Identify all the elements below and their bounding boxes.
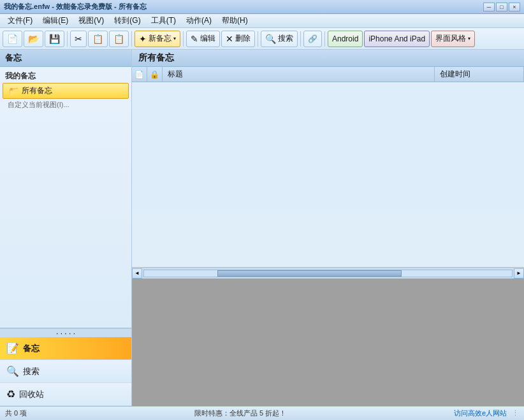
menu-file[interactable]: 文件(F) [3, 14, 38, 27]
toolbar: 📄 📂 💾 ✂ 📋 📋 ✦ 新备忘 ▾ ✎ 编辑 ✕ 删除 🔍 搜索 🔗 And… [0, 28, 524, 50]
window-controls: ─ □ × [483, 3, 520, 11]
toolbar-android[interactable]: Android [328, 31, 363, 47]
menu-goto[interactable]: 转到(G) [109, 14, 145, 27]
open-file-icon: 📂 [28, 34, 39, 44]
toolbar-sep-1 [67, 31, 68, 47]
toolbar-sep-3 [183, 31, 184, 47]
toolbar-iphone[interactable]: iPhone And iPad [364, 31, 430, 47]
status-resize: ⋮ [512, 409, 519, 417]
folder-icon: 📁 [8, 86, 19, 96]
toolbar-cut[interactable]: ✂ [70, 31, 87, 47]
edit-icon: ✎ [191, 34, 198, 44]
toolbar-new-file[interactable]: 📄 [3, 31, 22, 47]
tree-section-my-memo: 我的备忘 [3, 69, 129, 83]
th-title[interactable]: 标题 [163, 67, 435, 82]
toolbar-copy[interactable]: 📋 [88, 31, 108, 47]
menu-view[interactable]: 视图(V) [73, 14, 109, 27]
toolbar-edit[interactable]: ✎ 编辑 [186, 31, 220, 47]
menu-help[interactable]: 帮助(H) [217, 14, 253, 27]
search-icon: 🔍 [265, 34, 276, 44]
new-memo-icon: ✦ [139, 34, 147, 44]
trash-nav-icon: ♻ [6, 388, 15, 400]
status-count: 共 0 项 [5, 409, 27, 418]
sidebar-tree: 我的备忘 📁 所有备忘 自定义当前视图(I)... [0, 67, 131, 328]
th-time[interactable]: 创建时间 [435, 67, 524, 82]
status-link[interactable]: 访问高效e人网站 [454, 409, 507, 418]
customize-view-link[interactable]: 自定义当前视图(I)... [3, 99, 129, 111]
scroll-right-btn[interactable]: ► [514, 268, 524, 279]
scroll-track[interactable] [143, 270, 513, 277]
status-promo-section: 限时特惠：全线产品 5 折起！ [194, 409, 286, 418]
toolbar-save-file[interactable]: 💾 [45, 31, 64, 47]
new-memo-arrow: ▾ [173, 36, 176, 41]
toolbar-sep-5 [300, 31, 301, 47]
horizontal-scrollbar[interactable]: ◄ ► [132, 267, 524, 279]
toolbar-sep-6 [324, 31, 325, 47]
sidebar-header: 备忘 [0, 50, 131, 67]
menu-action[interactable]: 动作(A) [181, 14, 217, 27]
trash-nav-label: 回收站 [19, 389, 44, 400]
menu-tools[interactable]: 工具(T) [146, 14, 181, 27]
status-bar: 共 0 项 限时特惠：全线产品 5 折起！ 访问高效e人网站 ⋮ [0, 406, 524, 420]
new-memo-label: 新备忘 [149, 33, 171, 44]
tree-item-all-memo[interactable]: 📁 所有备忘 [3, 83, 129, 99]
nav-item-search[interactable]: 🔍 搜索 [0, 360, 131, 383]
new-file-icon: 📄 [7, 34, 18, 44]
table-body [132, 82, 524, 210]
paste-icon: 📋 [113, 34, 124, 44]
cut-icon: ✂ [75, 34, 82, 44]
title-bar: 我的备忘.enfw - 效能备忘录免费版 - 所有备忘 ─ □ × [0, 0, 524, 14]
memo-nav-label: 备忘 [23, 343, 40, 354]
sidebar: 备忘 我的备忘 📁 所有备忘 自定义当前视图(I)... · · · · · 📝… [0, 50, 132, 406]
toolbar-sep-2 [131, 31, 132, 47]
toolbar-style[interactable]: 界面风格 ▾ [431, 31, 475, 47]
sidebar-nav: · · · · · 📝 备忘 🔍 搜索 ♻ 回收站 [0, 328, 131, 406]
th-doc-icon: 📄 [132, 67, 147, 82]
memo-nav-icon: 📝 [6, 342, 19, 354]
close-button[interactable]: × [509, 3, 520, 11]
menu-bar: 文件(F) 编辑(E) 视图(V) 转到(G) 工具(T) 动作(A) 帮助(H… [0, 14, 524, 28]
status-link-section: 访问高效e人网站 ⋮ [454, 409, 519, 418]
save-file-icon: 💾 [49, 34, 60, 44]
style-label: 界面风格 [435, 33, 466, 44]
delete-label: 删除 [235, 33, 251, 44]
nav-item-trash[interactable]: ♻ 回收站 [0, 383, 131, 406]
th-lock-icon: 🔒 [147, 67, 163, 82]
table-header: 📄 🔒 标题 创建时间 [132, 67, 524, 82]
toolbar-open-file[interactable]: 📂 [24, 31, 43, 47]
status-promo: 限时特惠：全线产品 5 折起！ [194, 409, 286, 418]
right-panel: 所有备忘 📄 🔒 标题 创建时间 ◄ ► [132, 50, 524, 406]
minimize-button[interactable]: ─ [483, 3, 495, 11]
search-nav-icon: 🔍 [6, 365, 19, 377]
android-label: Android [332, 34, 358, 43]
scroll-left-btn[interactable]: ◄ [132, 268, 142, 279]
iphone-label: iPhone And iPad [368, 34, 425, 43]
menu-edit[interactable]: 编辑(E) [38, 14, 73, 27]
edit-label: 编辑 [200, 33, 215, 44]
table-area: 📄 🔒 标题 创建时间 [132, 67, 524, 267]
scroll-thumb[interactable] [217, 270, 402, 277]
status-count-section: 共 0 项 [5, 409, 27, 418]
nav-item-memo[interactable]: 📝 备忘 [0, 337, 131, 360]
collapse-dots: · · · · · [56, 329, 75, 338]
lock-header-icon: 🔒 [150, 70, 159, 79]
tree-item-all-memo-label: 所有备忘 [22, 85, 52, 96]
toolbar-new-memo[interactable]: ✦ 新备忘 ▾ [135, 31, 180, 47]
copy-icon: 📋 [92, 34, 103, 44]
delete-icon: ✕ [226, 34, 233, 44]
link-icon: 🔗 [308, 34, 317, 43]
preview-area [132, 279, 524, 406]
toolbar-search[interactable]: 🔍 搜索 [261, 31, 298, 47]
maximize-button[interactable]: □ [496, 3, 507, 11]
sidebar-collapse-btn[interactable]: · · · · · [0, 328, 131, 337]
toolbar-link[interactable]: 🔗 [303, 31, 322, 47]
toolbar-sep-4 [258, 31, 258, 47]
toolbar-paste[interactable]: 📋 [109, 31, 129, 47]
style-arrow: ▾ [468, 36, 470, 41]
search-nav-label: 搜索 [23, 366, 40, 377]
toolbar-delete[interactable]: ✕ 删除 [221, 31, 255, 47]
main-content: 备忘 我的备忘 📁 所有备忘 自定义当前视图(I)... · · · · · 📝… [0, 50, 524, 406]
doc-header-icon: 📄 [135, 70, 144, 79]
title-text: 我的备忘.enfw - 效能备忘录免费版 - 所有备忘 [4, 2, 147, 11]
panel-header: 所有备忘 [132, 50, 524, 67]
